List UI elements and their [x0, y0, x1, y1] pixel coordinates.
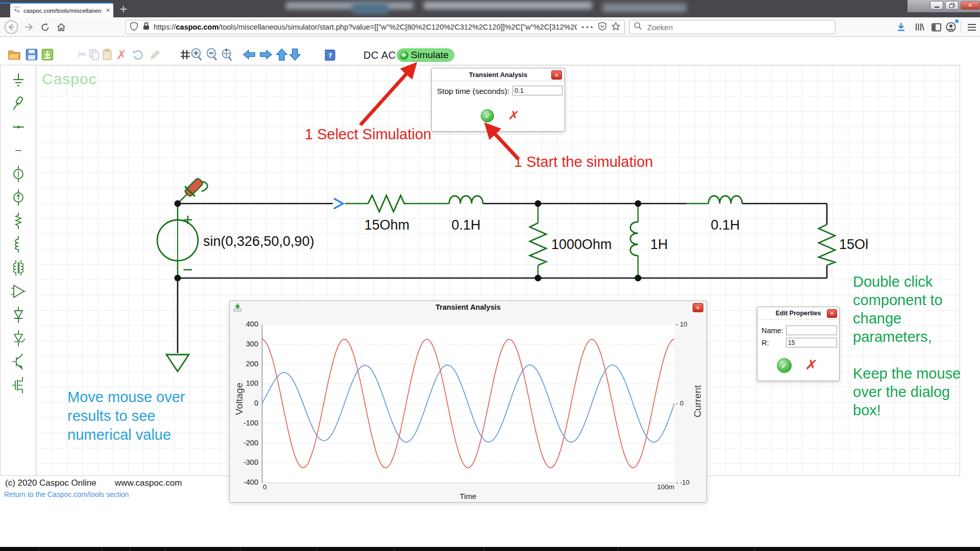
- voltage-axis-label: Voltage: [234, 383, 245, 415]
- inductor-series-1[interactable]: [449, 196, 483, 204]
- back-icon[interactable]: [4, 20, 18, 34]
- os-taskbar[interactable]: [0, 547, 980, 551]
- ac-analysis-button[interactable]: AC: [381, 49, 396, 61]
- move-mouse-note: Move mouse over results to see numerical…: [67, 388, 185, 444]
- plot-area[interactable]: [262, 324, 674, 483]
- cancel-cross-icon[interactable]: ✗: [804, 358, 818, 373]
- component-transistor-icon[interactable]: [10, 353, 27, 370]
- resistor-load-label: 15Ohm: [839, 237, 868, 252]
- caspoc-toolbar: [0, 37, 980, 65]
- return-link[interactable]: Return to the Caspoc.com/tools section: [4, 490, 129, 498]
- tracking-shield-icon[interactable]: [130, 22, 138, 33]
- component-wire-icon[interactable]: [10, 118, 27, 136]
- paste-icon[interactable]: [101, 48, 114, 61]
- bookmark-star-icon[interactable]: [611, 22, 620, 33]
- voltage-tick: 400: [236, 320, 258, 328]
- component-inductor-icon[interactable]: [10, 236, 27, 253]
- component-mosfet-icon[interactable]: [10, 377, 27, 394]
- dc-analysis-button[interactable]: DC: [363, 49, 379, 61]
- delete-icon[interactable]: ✗: [115, 48, 128, 61]
- window-minimize-button[interactable]: [930, 1, 943, 10]
- search-input[interactable]: [646, 22, 831, 32]
- name-label: Name:: [762, 327, 783, 335]
- resistor-load[interactable]: [819, 224, 835, 265]
- resistor-series[interactable]: [368, 195, 406, 212]
- component-opamp-icon[interactable]: [10, 283, 27, 300]
- component-current-source-icon[interactable]: [10, 189, 27, 206]
- component-transformer-icon[interactable]: [10, 259, 27, 277]
- transient-setup-dialog[interactable]: Transient Analysis ✕ Stop time (seconds)…: [431, 68, 565, 132]
- simulate-button[interactable]: Simulate: [397, 48, 454, 62]
- close-icon[interactable]: ✕: [693, 303, 703, 312]
- lock-icon[interactable]: [143, 22, 150, 32]
- move-up-icon[interactable]: [275, 48, 288, 61]
- transient-plot-window[interactable]: Transient Analysis ✕ 4003002001000-100-2…: [229, 300, 707, 503]
- component-diode-icon[interactable]: [10, 306, 27, 323]
- window-restore-button[interactable]: [945, 1, 959, 10]
- zoom-out-icon[interactable]: [205, 48, 218, 61]
- resistor-shunt-label: 1000Ohm: [551, 237, 612, 252]
- dialog-separator: [757, 319, 839, 320]
- inductor-series-1-label: 0.1H: [451, 217, 480, 233]
- edit-icon[interactable]: [149, 48, 162, 61]
- current-tick: - 10: [676, 320, 687, 328]
- move-left-icon[interactable]: [242, 48, 256, 61]
- voltage-tick: -100: [236, 419, 258, 427]
- cancel-cross-icon[interactable]: ✗: [507, 109, 520, 123]
- zoom-in-icon[interactable]: [190, 48, 203, 61]
- forward-icon[interactable]: [21, 20, 36, 34]
- r-label: R:: [762, 339, 769, 347]
- stop-time-input[interactable]: [512, 86, 562, 95]
- window-close-button[interactable]: ✕: [961, 1, 980, 10]
- component-probe-icon[interactable]: [10, 95, 27, 112]
- caspoc-watermark: Caspoc: [42, 70, 97, 88]
- component-dash-icon[interactable]: [10, 142, 27, 159]
- move-down-icon[interactable]: [288, 48, 302, 61]
- pocket-icon[interactable]: [598, 22, 606, 33]
- reload-icon[interactable]: [38, 20, 52, 34]
- save-icon[interactable]: [25, 48, 38, 61]
- downloads-icon[interactable]: [894, 20, 908, 34]
- resistor-shunt[interactable]: [530, 204, 546, 278]
- export-icon[interactable]: [41, 48, 54, 61]
- start-simulation-note: 1 Start the simulation: [514, 154, 653, 170]
- name-input[interactable]: [786, 325, 837, 335]
- source-label: sin(0,326,50,0,90): [203, 234, 314, 249]
- component-ground-icon[interactable]: [10, 71, 27, 89]
- help-book-icon[interactable]: ?: [323, 48, 336, 61]
- ground-symbol[interactable]: [166, 355, 189, 371]
- close-icon[interactable]: ✕: [551, 70, 562, 80]
- copy-icon[interactable]: [88, 48, 101, 61]
- current-arrow-icon: [334, 198, 343, 209]
- home-icon[interactable]: [54, 20, 68, 34]
- caspoc-favicon: CASPOC: [13, 6, 21, 15]
- edit-properties-dialog[interactable]: Edit Properties ✕ Name: R: ✓ ✗: [757, 307, 840, 381]
- zoom-fit-icon[interactable]: [220, 48, 234, 61]
- r-value-input[interactable]: [786, 338, 837, 347]
- move-right-icon[interactable]: [259, 48, 273, 61]
- ok-check-icon[interactable]: ✓: [481, 109, 494, 122]
- inductor-shunt[interactable]: [630, 204, 638, 278]
- account-icon[interactable]: [944, 20, 958, 34]
- browser-tab[interactable]: CASPOC caspoc.com/tools/miscellaneo ✕: [10, 4, 113, 17]
- new-tab-button[interactable]: +: [117, 3, 130, 15]
- tab-close-icon[interactable]: ✕: [106, 7, 110, 14]
- cut-icon[interactable]: ✂: [76, 48, 89, 61]
- component-resistor-icon[interactable]: [10, 212, 27, 230]
- library-icon[interactable]: [912, 20, 926, 34]
- open-file-icon[interactable]: [8, 48, 21, 61]
- undo-icon[interactable]: [132, 48, 145, 61]
- menu-hamburger-icon[interactable]: [965, 20, 979, 34]
- ok-check-icon[interactable]: ✓: [777, 358, 792, 373]
- search-bar[interactable]: [629, 20, 836, 34]
- sidebar-toggle-icon[interactable]: [929, 20, 943, 34]
- background-window-blur: [602, 3, 687, 12]
- close-icon[interactable]: ✕: [827, 309, 837, 318]
- time-tick: 0: [263, 483, 267, 491]
- component-thyristor-icon[interactable]: [10, 330, 27, 347]
- voltage-source[interactable]: + −: [157, 204, 198, 279]
- component-voltage-source-icon[interactable]: [10, 165, 27, 183]
- inductor-series-2[interactable]: [708, 196, 742, 204]
- page-actions-icon[interactable]: •••: [581, 23, 594, 31]
- url-bar[interactable]: https://caspoc.com/tools/miscellaneous/s…: [126, 20, 625, 34]
